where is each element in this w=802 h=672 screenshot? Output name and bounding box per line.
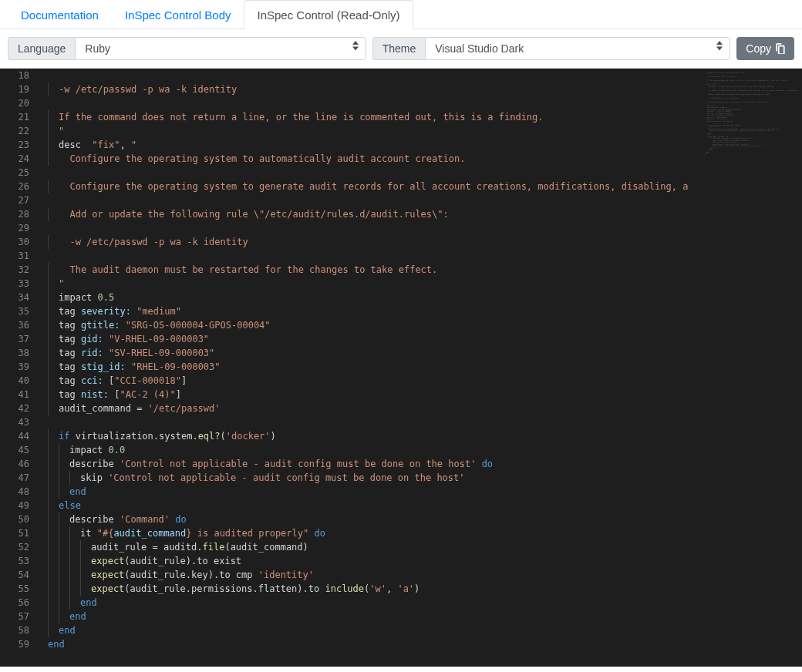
theme-label: Theme bbox=[372, 37, 426, 60]
code-line: " bbox=[48, 124, 799, 138]
code-line: end bbox=[48, 485, 799, 499]
line-number: 35 bbox=[3, 304, 29, 318]
code-content[interactable]: # grep /etc/passwd /etc/audit/audit.rule… bbox=[42, 69, 799, 664]
code-line: tag severity: "medium" bbox=[48, 304, 799, 318]
copy-button[interactable]: Copy bbox=[736, 37, 794, 60]
code-line: else bbox=[48, 499, 799, 512]
line-number: 23 bbox=[3, 138, 29, 152]
tab-control-readonly[interactable]: InSpec Control (Read-Only) bbox=[244, 0, 413, 29]
line-number: 37 bbox=[3, 332, 29, 346]
line-number: 26 bbox=[3, 180, 29, 193]
code-line: end bbox=[48, 623, 799, 637]
line-number: 53 bbox=[3, 554, 29, 568]
code-line: Configure the operating system to genera… bbox=[48, 180, 799, 193]
line-number: 32 bbox=[3, 263, 29, 277]
code-line: skip 'Control not applicable - audit con… bbox=[48, 471, 799, 485]
theme-select[interactable]: Visual Studio Dark bbox=[425, 37, 730, 60]
code-line bbox=[48, 96, 799, 110]
line-number: 33 bbox=[3, 277, 29, 291]
line-number: 19 bbox=[3, 82, 29, 96]
code-line bbox=[48, 193, 799, 207]
line-number: 44 bbox=[3, 429, 29, 443]
line-number: 49 bbox=[3, 499, 29, 512]
code-line: describe 'Control not applicable - audit… bbox=[48, 457, 799, 471]
code-line: -w /etc/passwd -p wa -k identity bbox=[48, 235, 799, 249]
code-line bbox=[48, 166, 799, 180]
line-number: 57 bbox=[3, 610, 29, 623]
code-line: tag gtitle: "SRG-OS-000004-GPOS-00004" bbox=[48, 318, 799, 332]
code-line: desc "fix", " bbox=[48, 138, 799, 152]
line-number: 27 bbox=[3, 193, 29, 207]
code-line: audit_rule = auditd.file(audit_command) bbox=[48, 540, 799, 554]
code-line: end bbox=[48, 596, 799, 610]
code-line: If the command does not return a line, o… bbox=[48, 110, 799, 124]
code-line bbox=[48, 69, 799, 82]
line-number: 55 bbox=[3, 582, 29, 596]
line-number: 38 bbox=[3, 346, 29, 360]
code-line: impact 0.0 bbox=[48, 443, 799, 457]
code-line: end bbox=[48, 637, 799, 651]
copy-label: Copy bbox=[746, 42, 771, 55]
code-editor: 1718192021222324252627282930313233343536… bbox=[0, 69, 802, 667]
line-number: 51 bbox=[3, 526, 29, 540]
tab-control-body[interactable]: InSpec Control Body bbox=[112, 0, 244, 29]
line-number-gutter: 1718192021222324252627282930313233343536… bbox=[3, 69, 42, 664]
code-line: tag nist: ["AC-2 (4)"] bbox=[48, 388, 799, 402]
code-line: Configure the operating system to automa… bbox=[48, 152, 799, 166]
line-number: 36 bbox=[3, 318, 29, 332]
line-number: 50 bbox=[3, 512, 29, 526]
code-line: Add or update the following rule \"/etc/… bbox=[48, 207, 799, 221]
line-number: 20 bbox=[3, 96, 29, 110]
line-number: 22 bbox=[3, 124, 29, 138]
code-line: it "#{audit_command} is audited properly… bbox=[48, 526, 799, 540]
line-number: 18 bbox=[3, 69, 29, 82]
line-number: 30 bbox=[3, 235, 29, 249]
code-line: audit_command = '/etc/passwd' bbox=[48, 402, 799, 415]
line-number: 31 bbox=[3, 249, 29, 263]
line-number: 21 bbox=[3, 110, 29, 124]
code-line bbox=[48, 249, 799, 263]
tabs: Documentation InSpec Control Body InSpec… bbox=[0, 0, 802, 29]
code-line: if virtualization.system.eql?('docker') bbox=[48, 429, 799, 443]
code-line: end bbox=[48, 610, 799, 623]
line-number: 39 bbox=[3, 360, 29, 374]
minimap[interactable]: # grep /etc/passwd /etc/audit/audit.rule… bbox=[705, 72, 797, 241]
code-line: tag rid: "SV-RHEL-09-000003" bbox=[48, 346, 799, 360]
code-line bbox=[48, 415, 799, 429]
line-number: 40 bbox=[3, 374, 29, 388]
clipboard-icon bbox=[775, 43, 785, 54]
line-number: 41 bbox=[3, 388, 29, 402]
code-line bbox=[48, 221, 799, 235]
line-number: 28 bbox=[3, 207, 29, 221]
line-number: 45 bbox=[3, 443, 29, 457]
line-number: 24 bbox=[3, 152, 29, 166]
line-number: 56 bbox=[3, 596, 29, 610]
code-line: tag stig_id: "RHEL-09-000003" bbox=[48, 360, 799, 374]
line-number: 34 bbox=[3, 291, 29, 304]
line-number: 43 bbox=[3, 415, 29, 429]
code-line: expect(audit_rule.key).to cmp 'identity' bbox=[48, 568, 799, 582]
toolbar: Language Ruby Theme Visual Studio Dark C… bbox=[0, 29, 802, 69]
line-number: 29 bbox=[3, 221, 29, 235]
line-number: 48 bbox=[3, 485, 29, 499]
code-line: expect(audit_rule.permissions.flatten).t… bbox=[48, 582, 799, 596]
line-number: 52 bbox=[3, 540, 29, 554]
line-number: 42 bbox=[3, 402, 29, 415]
code-line: -w /etc/passwd -p wa -k identity bbox=[48, 82, 799, 96]
line-number: 54 bbox=[3, 568, 29, 582]
language-label: Language bbox=[8, 37, 75, 60]
code-line: impact 0.5 bbox=[48, 291, 799, 304]
line-number: 25 bbox=[3, 166, 29, 180]
line-number: 59 bbox=[3, 637, 29, 651]
tab-documentation[interactable]: Documentation bbox=[8, 0, 112, 29]
line-number: 46 bbox=[3, 457, 29, 471]
code-line: tag gid: "V-RHEL-09-000003" bbox=[48, 332, 799, 346]
code-line: " bbox=[48, 277, 799, 291]
language-select[interactable]: Ruby bbox=[75, 37, 366, 60]
code-line: tag cci: ["CCI-000018"] bbox=[48, 374, 799, 388]
code-line: The audit daemon must be restarted for t… bbox=[48, 263, 799, 277]
line-number: 58 bbox=[3, 623, 29, 637]
line-number: 47 bbox=[3, 471, 29, 485]
code-line: expect(audit_rule).to exist bbox=[48, 554, 799, 568]
code-line: describe 'Command' do bbox=[48, 512, 799, 526]
